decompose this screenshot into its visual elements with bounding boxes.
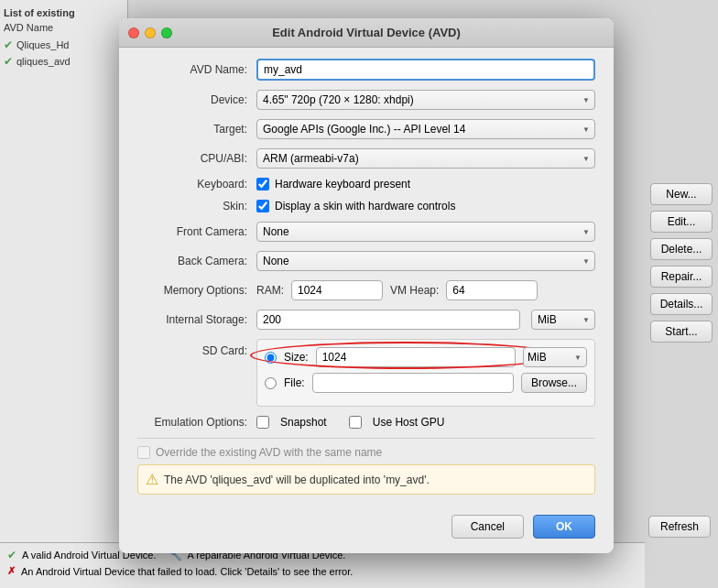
edit-button[interactable]: Edit... xyxy=(650,211,713,233)
snapshot-label: Snapshot xyxy=(280,416,327,429)
target-row: Target: Google APIs (Google Inc.) -- API… xyxy=(137,119,595,139)
override-checkbox[interactable] xyxy=(137,446,150,459)
cpu-select[interactable]: ARM (armeabi-v7a) xyxy=(256,148,595,169)
cancel-button[interactable]: Cancel xyxy=(451,515,524,539)
error-label: An Android Virtual Device that failed to… xyxy=(21,566,353,577)
skin-checkbox[interactable] xyxy=(256,200,269,212)
vm-heap-label: VM Heap: xyxy=(390,284,439,297)
skin-control: Display a skin with hardware controls xyxy=(256,200,595,212)
avd-item-2[interactable]: ✔ qliques_avd xyxy=(4,53,124,70)
dialog-footer: Cancel OK xyxy=(119,506,614,539)
override-row: Override the existing AVD with the same … xyxy=(137,446,595,459)
right-panel: New... Edit... Delete... Repair... Detai… xyxy=(645,0,718,588)
back-camera-label: Back Camera: xyxy=(137,255,256,267)
vm-heap-input[interactable] xyxy=(446,280,538,300)
avd-dialog: Edit Android Virtual Device (AVD) AVD Na… xyxy=(119,18,614,553)
ok-button[interactable]: OK xyxy=(533,515,595,539)
avd-name-2: qliques_avd xyxy=(16,56,71,67)
internal-storage-row: Internal Storage: MiB xyxy=(137,310,595,330)
status-line-2: ✗ An Android Virtual Device that failed … xyxy=(7,565,637,577)
cpu-control: ARM (armeabi-v7a) xyxy=(256,148,595,169)
check-icon-1: ✔ xyxy=(4,38,13,51)
dialog-title: Edit Android Virtual Device (AVD) xyxy=(272,26,461,39)
memory-label: Memory Options: xyxy=(137,284,256,297)
emulation-label: Emulation Options: xyxy=(137,416,256,429)
sd-card-label: SD Card: xyxy=(137,339,256,357)
device-label: Device: xyxy=(137,93,256,106)
back-camera-row: Back Camera: None xyxy=(137,251,595,271)
close-button[interactable] xyxy=(128,27,139,38)
error-icon: ✗ xyxy=(7,565,16,577)
valid-icon: ✔ xyxy=(7,549,16,561)
sd-size-row: Size: MiB xyxy=(265,347,587,367)
cpu-label: CPU/ABI: xyxy=(137,152,256,165)
sd-size-unit-select[interactable]: MiB xyxy=(523,347,587,367)
warning-icon: ⚠ xyxy=(146,471,158,488)
keyboard-checkbox-label: Hardware keyboard present xyxy=(275,178,410,191)
keyboard-checkbox[interactable] xyxy=(256,178,269,191)
dialog-body: AVD Name: Device: 4.65" 720p (720 × 1280… xyxy=(119,48,614,506)
divider xyxy=(137,438,595,439)
new-button[interactable]: New... xyxy=(650,183,713,205)
start-button[interactable]: Start... xyxy=(650,321,713,343)
skin-label: Skin: xyxy=(137,200,256,212)
target-select[interactable]: Google APIs (Google Inc.) -- API Level 1… xyxy=(256,119,595,139)
sidebar-list-label: List of existing xyxy=(4,7,124,18)
front-camera-label: Front Camera: xyxy=(137,225,256,238)
refresh-button[interactable]: Refresh xyxy=(648,516,711,538)
device-control: 4.65" 720p (720 × 1280: xhdpi) xyxy=(256,90,595,110)
dialog-titlebar: Edit Android Virtual Device (AVD) xyxy=(119,18,614,48)
internal-storage-label: Internal Storage: xyxy=(137,313,256,326)
avd-name-row: AVD Name: xyxy=(137,59,595,81)
check-icon-2: ✔ xyxy=(4,55,13,68)
sd-size-label: Size: xyxy=(284,351,309,364)
traffic-lights xyxy=(128,27,172,38)
front-camera-select[interactable]: None xyxy=(256,222,595,242)
warning-text: The AVD 'qliques_avd' will be duplicated… xyxy=(164,474,430,486)
maximize-button[interactable] xyxy=(161,27,172,38)
internal-storage-unit-select[interactable]: MiB xyxy=(531,310,595,330)
keyboard-label: Keyboard: xyxy=(137,178,256,191)
avd-name-label: AVD Name: xyxy=(137,63,256,76)
minimize-button[interactable] xyxy=(145,27,156,38)
ram-input[interactable] xyxy=(291,280,383,300)
avd-name-1: Qliques_Hd xyxy=(16,39,69,50)
emulation-control: Snapshot Use Host GPU xyxy=(256,416,595,429)
sd-size-radio[interactable] xyxy=(265,352,277,364)
ram-label: RAM: xyxy=(256,284,284,297)
target-label: Target: xyxy=(137,123,256,136)
sd-file-radio[interactable] xyxy=(265,377,277,389)
cpu-row: CPU/ABI: ARM (armeabi-v7a) xyxy=(137,148,595,169)
keyboard-control: Hardware keyboard present xyxy=(256,178,595,191)
target-control: Google APIs (Google Inc.) -- API Level 1… xyxy=(256,119,595,139)
device-row: Device: 4.65" 720p (720 × 1280: xhdpi) xyxy=(137,90,595,110)
repair-button[interactable]: Repair... xyxy=(650,266,713,288)
browse-button[interactable]: Browse... xyxy=(521,373,587,393)
avd-col-header: AVD Name xyxy=(4,22,124,33)
details-button[interactable]: Details... xyxy=(650,293,713,315)
back-camera-control: None xyxy=(256,251,595,271)
internal-storage-control: MiB xyxy=(256,310,595,330)
sd-card-row: SD Card: Size: MiB xyxy=(137,339,595,407)
sd-file-input[interactable] xyxy=(312,373,514,393)
use-host-gpu-checkbox[interactable] xyxy=(349,416,362,429)
snapshot-checkbox[interactable] xyxy=(256,416,269,429)
sd-size-input[interactable] xyxy=(316,347,516,367)
skin-checkbox-label: Display a skin with hardware controls xyxy=(275,200,455,212)
device-select[interactable]: 4.65" 720p (720 × 1280: xhdpi) xyxy=(256,90,595,110)
avd-name-input[interactable] xyxy=(256,59,595,81)
sd-file-row: File: Browse... xyxy=(265,373,587,393)
use-host-gpu-label: Use Host GPU xyxy=(373,416,445,429)
skin-row: Skin: Display a skin with hardware contr… xyxy=(137,200,595,212)
memory-control: RAM: VM Heap: xyxy=(256,280,595,300)
front-camera-row: Front Camera: None xyxy=(137,222,595,242)
override-label: Override the existing AVD with the same … xyxy=(156,446,382,459)
avd-name-control xyxy=(256,59,595,81)
keyboard-row: Keyboard: Hardware keyboard present xyxy=(137,178,595,191)
delete-button[interactable]: Delete... xyxy=(650,238,713,260)
internal-storage-input[interactable] xyxy=(256,310,520,330)
back-camera-select[interactable]: None xyxy=(256,251,595,271)
avd-item-1[interactable]: ✔ Qliques_Hd xyxy=(4,37,124,53)
avd-sidebar: List of existing AVD Name ✔ Qliques_Hd ✔… xyxy=(0,0,128,588)
sd-card-control: Size: MiB File: Browse... xyxy=(256,339,595,407)
